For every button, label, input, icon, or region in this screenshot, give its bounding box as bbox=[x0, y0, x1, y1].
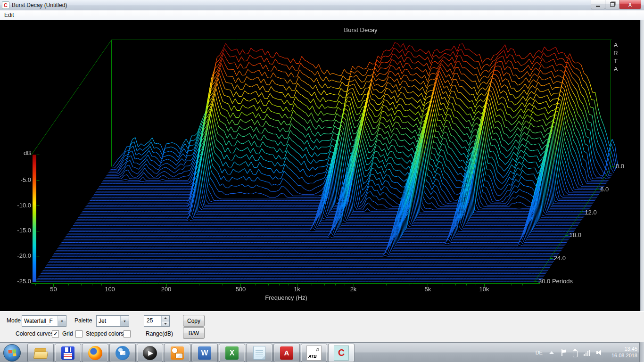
arta-watermark-letter: A bbox=[611, 41, 620, 49]
adobe-reader-icon bbox=[280, 346, 293, 360]
close-icon: X bbox=[628, 2, 632, 8]
chevron-down-icon[interactable]: ▼ bbox=[58, 316, 66, 326]
word-icon bbox=[198, 346, 211, 360]
taskbar-app-word[interactable] bbox=[191, 344, 218, 362]
atb-icon bbox=[306, 346, 322, 361]
menu-bar: Edit bbox=[0, 10, 644, 20]
palette-label: Palette bbox=[74, 317, 92, 324]
taskbar-app-adobe-reader[interactable] bbox=[273, 344, 300, 362]
minimize-button[interactable] bbox=[591, 0, 605, 9]
range-spinner[interactable]: 25 bbox=[144, 315, 170, 327]
freq-tick-label: 2k bbox=[350, 286, 357, 293]
arta-app-icon: C bbox=[2, 1, 9, 9]
range-db-label: Range(dB) bbox=[146, 330, 173, 337]
clock[interactable]: 13:45 16.08.2018 bbox=[611, 346, 637, 359]
colored-curves-checkbox[interactable]: ✓ bbox=[52, 330, 59, 337]
taskbar-app-notepad[interactable] bbox=[246, 344, 272, 362]
taskbar-app-firefox[interactable] bbox=[82, 344, 108, 362]
language-indicator[interactable]: DE bbox=[536, 350, 543, 355]
period-tick-label: 30.0 Periods bbox=[538, 278, 573, 285]
period-tick-label: 6.0 bbox=[600, 186, 609, 193]
freq-tick-label: 10k bbox=[479, 286, 489, 293]
title-bar[interactable]: C Burst Decay (Untitled) X bbox=[0, 0, 644, 11]
window-right-frame bbox=[640, 20, 644, 311]
arta-watermark-letter: A bbox=[611, 66, 620, 73]
bw-button[interactable]: B/W bbox=[183, 327, 205, 339]
restore-icon bbox=[610, 2, 615, 7]
network-signal-icon[interactable] bbox=[584, 350, 591, 356]
taskbar-app-windows-explorer[interactable] bbox=[27, 344, 54, 362]
db-tick-label: -10.0 bbox=[7, 202, 31, 209]
period-tick-label: 18.0 bbox=[570, 231, 581, 239]
volume-icon[interactable] bbox=[596, 349, 604, 356]
period-tick-label: 0.0 bbox=[616, 163, 624, 170]
taskbar: DE 13:45 16.08.2018 bbox=[0, 342, 644, 362]
freq-tick-label: 500 bbox=[236, 286, 246, 293]
control-panel: Mode Waterfall_F ▼ Palette Jet ▼ 25 Copy… bbox=[0, 311, 644, 343]
burst-decay-waterfall-canvas bbox=[0, 20, 640, 311]
firefox-icon bbox=[88, 346, 102, 360]
chevron-down-icon[interactable]: ▼ bbox=[120, 316, 129, 326]
chart-title: Burst Decay bbox=[219, 26, 502, 33]
down-arrow-icon bbox=[164, 323, 167, 325]
menu-item-edit[interactable]: Edit bbox=[0, 11, 18, 19]
copy-button[interactable]: Copy bbox=[183, 315, 205, 327]
grid-checkbox[interactable] bbox=[75, 330, 83, 337]
minimize-icon bbox=[596, 6, 600, 7]
stepped-colors-label: Stepped colors bbox=[86, 330, 124, 337]
windows-logo-icon bbox=[8, 349, 16, 357]
freq-tick-label: 1k bbox=[294, 286, 300, 293]
freq-tick-label: 100 bbox=[105, 286, 115, 293]
db-tick-label: -25.0 bbox=[7, 278, 31, 285]
palette-value: Jet bbox=[97, 318, 120, 324]
hidden-icons-chevron-icon[interactable] bbox=[549, 351, 554, 354]
taskbar-app-save[interactable] bbox=[55, 344, 81, 362]
period-tick-label: 12.0 bbox=[585, 209, 596, 216]
taskbar-app-arta[interactable] bbox=[328, 344, 355, 362]
restore-button[interactable] bbox=[605, 0, 619, 9]
freq-tick-label: 200 bbox=[161, 286, 172, 293]
battery-icon[interactable] bbox=[572, 349, 578, 357]
taskbar-app-atb[interactable] bbox=[301, 344, 327, 362]
frequency-axis-label: Frequency (Hz) bbox=[215, 294, 357, 301]
save-icon bbox=[61, 346, 74, 360]
window-title: Burst Decay (Untitled) bbox=[12, 2, 67, 8]
freq-tick-label: 50 bbox=[50, 286, 57, 293]
show-desktop-button[interactable] bbox=[639, 342, 644, 362]
action-center-flag-icon[interactable] bbox=[561, 349, 567, 356]
taskbar-app-thunderbird[interactable] bbox=[109, 344, 136, 362]
freq-tick-label: 5k bbox=[425, 286, 431, 293]
db-tick-label: -15.0 bbox=[7, 227, 31, 234]
close-button[interactable]: X bbox=[619, 0, 641, 9]
arta-watermark-letter: R bbox=[611, 49, 620, 57]
spinner-up-button[interactable] bbox=[162, 316, 169, 321]
arta-watermark-letter: T bbox=[611, 58, 620, 65]
mode-dropdown[interactable]: Waterfall_F ▼ bbox=[22, 315, 66, 327]
db-tick-label: -5.0 bbox=[7, 176, 31, 183]
app-window: C Burst Decay (Untitled) X Edit Burst De… bbox=[0, 0, 644, 362]
db-tick-label: -20.0 bbox=[7, 252, 31, 259]
stepped-colors-checkbox[interactable] bbox=[124, 330, 131, 337]
up-arrow-icon bbox=[164, 317, 167, 319]
windows-explorer-icon bbox=[33, 346, 48, 361]
clock-time: 13:45 bbox=[611, 346, 637, 353]
excel-icon bbox=[225, 346, 239, 360]
spinner-down-button[interactable] bbox=[162, 321, 169, 327]
outlook-icon bbox=[171, 346, 184, 360]
mode-label: Mode bbox=[7, 317, 21, 324]
thunderbird-icon bbox=[116, 346, 130, 360]
range-value: 25 bbox=[144, 316, 161, 326]
db-axis-label: dB bbox=[7, 149, 31, 156]
mode-value: Waterfall_F bbox=[22, 318, 58, 324]
colored-curves-label: Colored curves bbox=[16, 330, 54, 337]
taskbar-app-media-player[interactable] bbox=[137, 344, 163, 362]
notepad-icon bbox=[253, 346, 265, 360]
taskbar-app-excel[interactable] bbox=[219, 344, 245, 362]
clock-date: 16.08.2018 bbox=[611, 353, 637, 359]
taskbar-app-outlook[interactable] bbox=[164, 344, 190, 362]
media-player-icon bbox=[143, 346, 157, 360]
plot-area: Burst Decay ARTA dB -5.0-10.0-15.0-20.0-… bbox=[0, 20, 640, 311]
grid-label: Grid bbox=[62, 330, 73, 337]
palette-dropdown[interactable]: Jet ▼ bbox=[96, 315, 129, 327]
start-button[interactable] bbox=[3, 344, 21, 362]
